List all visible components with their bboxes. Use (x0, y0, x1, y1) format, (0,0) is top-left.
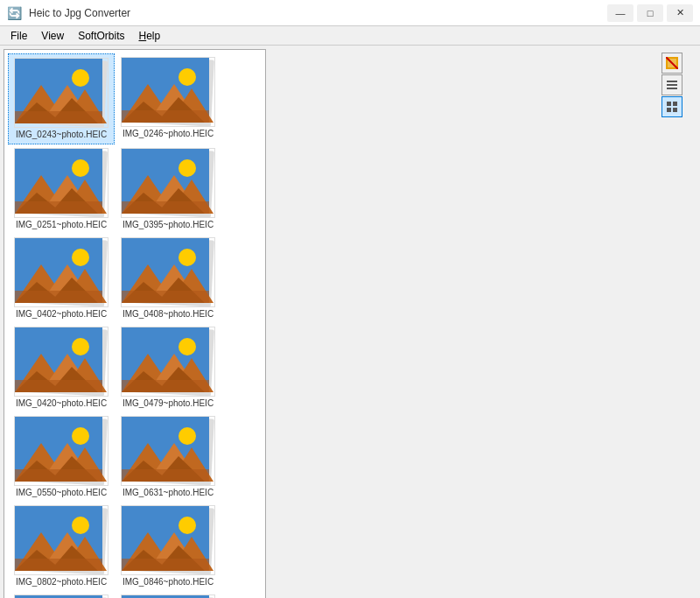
image-thumbnail (121, 594, 215, 598)
image-item[interactable]: IMG_0408~photo.HEIC (115, 234, 221, 323)
main-content: IMG_0243~photo.HEIC IMG_0246~photo.HEIC (0, 46, 700, 598)
image-label: IMG_0420~photo.HEIC (16, 398, 107, 409)
svg-rect-9 (15, 111, 102, 123)
menu-view[interactable]: View (34, 26, 71, 45)
image-label: IMG_0550~photo.HEIC (16, 488, 107, 498)
image-thumbnail (14, 237, 108, 307)
image-label: IMG_0408~photo.HEIC (122, 309, 214, 320)
image-item[interactable]: IMG_0900~photo.HEIC (8, 591, 115, 598)
svg-point-116 (178, 517, 196, 534)
image-thumbnail (14, 58, 108, 128)
image-thumbnail (121, 148, 215, 218)
svg-point-36 (178, 159, 196, 177)
image-thumbnail (121, 416, 215, 486)
svg-rect-188 (667, 108, 671, 112)
image-item[interactable]: IMG_0802~photo.HEIC (8, 502, 115, 591)
svg-rect-59 (122, 291, 209, 303)
maximize-button[interactable]: □ (637, 4, 663, 22)
svg-rect-185 (667, 88, 677, 89)
image-label: IMG_0479~photo.HEIC (122, 398, 214, 409)
svg-rect-189 (673, 108, 677, 112)
image-label: IMG_0246~photo.HEIC (122, 129, 214, 139)
image-item[interactable]: IMG_0246~photo.HEIC (115, 53, 221, 144)
minimize-button[interactable]: — (607, 4, 634, 22)
svg-rect-49 (15, 291, 102, 303)
image-grid[interactable]: IMG_0243~photo.HEIC IMG_0246~photo.HEIC (4, 49, 266, 598)
image-item[interactable]: IMG_0846~photo.HEIC (115, 502, 221, 591)
svg-rect-19 (122, 110, 209, 123)
svg-point-56 (178, 249, 196, 266)
image-label: IMG_0846~photo.HEIC (122, 577, 214, 587)
svg-rect-109 (15, 559, 102, 571)
svg-point-26 (72, 159, 89, 177)
app-title: Heic to Jpg Converter (29, 7, 600, 19)
image-grid-wrapper: IMG_0243~photo.HEIC IMG_0246~photo.HEIC (4, 49, 696, 598)
image-thumbnail (121, 327, 215, 397)
svg-rect-183 (667, 81, 677, 82)
svg-point-66 (72, 338, 89, 355)
image-label: IMG_0402~photo.HEIC (16, 309, 107, 320)
svg-point-16 (178, 68, 196, 86)
image-item[interactable]: IMG_0251~photo.HEIC (8, 144, 115, 234)
image-item[interactable]: IMG_0420~photo.HEIC (8, 323, 115, 412)
image-item[interactable]: IMG_0402~photo.HEIC (8, 234, 115, 323)
view-list-button[interactable] (662, 74, 682, 95)
image-item[interactable]: IMG_0243~photo.HEIC (8, 53, 115, 144)
svg-point-96 (178, 427, 196, 445)
svg-point-86 (72, 427, 89, 445)
app-icon: 🔄 (7, 6, 22, 20)
svg-rect-29 (15, 201, 102, 214)
image-label: IMG_0395~photo.HEIC (122, 220, 214, 230)
image-item[interactable]: IMG_0395~photo.HEIC (115, 144, 221, 234)
menu-help[interactable]: Help (132, 26, 168, 45)
svg-rect-187 (673, 102, 677, 106)
image-label: IMG_0243~photo.HEIC (16, 130, 107, 140)
svg-rect-119 (122, 559, 209, 571)
image-thumbnail (14, 505, 108, 575)
view-grid-button[interactable] (662, 96, 682, 117)
menu-softorbits[interactable]: SoftOrbits (71, 26, 131, 45)
close-button[interactable]: ✕ (667, 4, 693, 22)
view-controls (662, 53, 682, 117)
image-thumbnail (121, 57, 215, 127)
view-details-button[interactable] (662, 53, 682, 74)
svg-rect-184 (667, 84, 677, 86)
window-controls: — □ ✕ (607, 4, 693, 22)
menu-bar: File View SoftOrbits Help (0, 26, 700, 46)
image-thumbnail (121, 505, 215, 575)
image-thumbnail (14, 327, 108, 397)
title-bar: 🔄 Heic to Jpg Converter — □ ✕ (0, 0, 700, 26)
svg-rect-79 (122, 380, 209, 392)
image-item[interactable]: IMG_0901~photo.HEIC (115, 591, 221, 598)
image-label: IMG_0251~photo.HEIC (16, 220, 107, 230)
svg-point-46 (72, 249, 89, 266)
image-item[interactable]: IMG_0631~photo.HEIC (115, 412, 221, 502)
svg-point-106 (72, 517, 89, 534)
svg-rect-99 (122, 469, 209, 482)
svg-rect-39 (122, 201, 209, 214)
image-thumbnail (14, 148, 108, 218)
svg-rect-186 (667, 102, 671, 106)
image-item[interactable]: IMG_0550~photo.HEIC (8, 412, 115, 502)
image-thumbnail (14, 594, 108, 598)
image-label: IMG_0802~photo.HEIC (16, 577, 107, 587)
image-item[interactable]: IMG_0479~photo.HEIC (115, 323, 221, 412)
svg-rect-89 (15, 469, 102, 482)
image-label: IMG_0631~photo.HEIC (122, 488, 214, 498)
menu-file[interactable]: File (4, 26, 34, 45)
image-thumbnail (121, 237, 215, 307)
svg-rect-69 (15, 380, 102, 392)
svg-point-6 (72, 69, 89, 87)
image-thumbnail (14, 416, 108, 486)
svg-point-76 (178, 338, 196, 355)
